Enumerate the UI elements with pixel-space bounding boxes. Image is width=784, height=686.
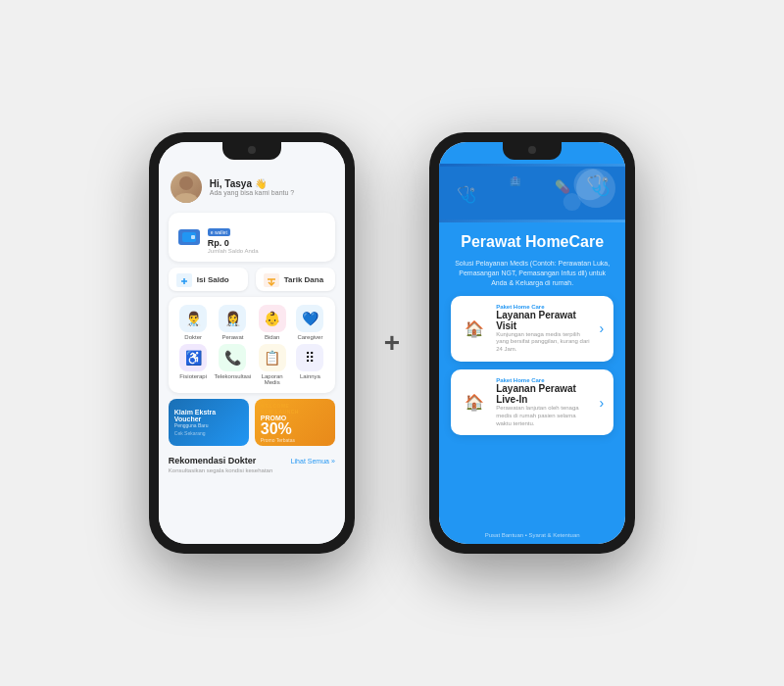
- promo-voucher[interactable]: Klaim Ekstra Voucher Pengguna Baru Cek S…: [169, 399, 249, 446]
- svg-text:🩺: 🩺: [457, 184, 477, 205]
- service-dokter[interactable]: 👨‍⚕️ Dokter: [176, 305, 211, 340]
- livein-service-title: Layanan Perawat Live-In: [496, 383, 591, 405]
- wallet-info: e wallet Rp. 0 Jumlah Saldo Anda: [208, 220, 259, 254]
- services-grid: 👨‍⚕️ Dokter 👩‍⚕️ Perawat 👶 Bidan 💙: [176, 305, 327, 385]
- promo-row: Klaim Ekstra Voucher Pengguna Baru Cek S…: [169, 399, 335, 446]
- homecare-footer: Pusat Bantuan • Syarat & Ketentuan: [439, 526, 625, 544]
- visit-service-title: Layanan Perawat Visit: [496, 310, 591, 331]
- recommendations-sub: Konsultasikan segala kondisi kesehatan: [159, 467, 345, 473]
- tarik-dana-button[interactable]: Tarik Dana: [256, 268, 335, 291]
- telekonsultasi-label: Telekonsultasi: [215, 373, 252, 379]
- wallet-tag: e wallet: [208, 228, 230, 236]
- visit-service-arrow[interactable]: ›: [600, 320, 605, 336]
- phone-2-screen: 🩺 💊 🏥 Perawat HomeCare Solusi Pelayanan …: [439, 142, 625, 544]
- promo-new-launch[interactable]: WELCOMENEW LAUNCH PROMO 30% Promo Terbat…: [255, 399, 335, 446]
- livein-service-arrow[interactable]: ›: [600, 395, 605, 411]
- recommendations-header: Rekomendasi Dokter Lihat Semua »: [159, 452, 345, 467]
- perawat-label: Perawat: [221, 334, 243, 340]
- avatar: [171, 172, 202, 203]
- service-laporan-medis[interactable]: 📋 Laporan Medis: [255, 344, 289, 385]
- bidan-icon: 👶: [259, 305, 286, 332]
- arrow-divider: +: [384, 327, 400, 359]
- svg-point-8: [564, 193, 581, 211]
- homecare-subtitle: Solusi Pelayanan Medis (Contoh: Perawata…: [451, 259, 613, 287]
- caregiver-icon: 💙: [296, 305, 323, 332]
- promo-cta: Promo Terbatas: [261, 437, 329, 443]
- scene: Hi, Tasya 👋 Ada yang bisa kami bantu ? e…: [129, 113, 655, 573]
- service-telekonsultasi[interactable]: 📞 Telekonsultasi: [215, 344, 252, 385]
- avatar-image: [171, 172, 202, 203]
- visit-service-text: Paket Home Care Layanan Perawat Visit Ku…: [496, 304, 591, 354]
- homecare-screen: 🩺 💊 🏥 Perawat HomeCare Solusi Pelayanan …: [439, 142, 625, 544]
- service-caregiver[interactable]: 💙 Caregiver: [293, 305, 327, 340]
- recommendations-title: Rekomendasi Dokter: [169, 456, 257, 466]
- lainnya-icon: ⠿: [296, 344, 323, 371]
- tarik-dana-label: Tarik Dana: [284, 275, 323, 284]
- wallet-balance: Rp. 0: [208, 238, 259, 248]
- app-header: Hi, Tasya 👋 Ada yang bisa kami bantu ?: [159, 164, 345, 209]
- promo-voucher-title: Klaim Ekstra Voucher: [174, 409, 243, 422]
- visit-service-desc: Kunjungan tenaga medis terpilih yang ber…: [496, 331, 591, 354]
- service-fisioterapi[interactable]: ♿ Fisioterapi: [176, 344, 211, 385]
- livein-service-desc: Perawatan lanjutan oleh tenaga medis di …: [496, 405, 591, 427]
- visit-service-icon: 🏠: [461, 315, 488, 342]
- fisioterapi-label: Fisioterapi: [179, 373, 207, 379]
- telekonsultasi-icon: 📞: [219, 344, 246, 371]
- recommendations-link[interactable]: Lihat Semua »: [291, 458, 335, 465]
- phone-camera-2: [528, 146, 536, 154]
- perawat-icon: 👩‍⚕️: [219, 305, 246, 332]
- service-bidan[interactable]: 👶 Bidan: [255, 305, 289, 340]
- lainnya-label: Lainnya: [300, 373, 320, 379]
- livein-service-text: Paket Home Care Layanan Perawat Live-In …: [496, 377, 591, 427]
- action-buttons: Isi Saldo Tarik Dana: [169, 268, 335, 291]
- homecare-content: Perawat HomeCare Solusi Pelayanan Medis …: [439, 222, 625, 526]
- bidan-label: Bidan: [265, 334, 279, 340]
- service-lainnya[interactable]: ⠿ Lainnya: [293, 344, 327, 385]
- promo-voucher-subtitle: Pengguna Baru: [174, 422, 243, 428]
- dokter-label: Dokter: [184, 334, 202, 340]
- laporan-medis-icon: 📋: [259, 344, 286, 371]
- dokter-icon: 👨‍⚕️: [179, 305, 207, 332]
- wallet-card[interactable]: e wallet Rp. 0 Jumlah Saldo Anda: [169, 213, 335, 262]
- isi-saldo-icon: [176, 273, 192, 285]
- caregiver-label: Caregiver: [297, 334, 322, 340]
- wallet-icon: [178, 229, 200, 245]
- promo-percent: 30%: [261, 421, 329, 437]
- laporan-medis-label: Laporan Medis: [255, 373, 289, 385]
- svg-text:💊: 💊: [555, 179, 570, 195]
- greeting-text: Hi, Tasya 👋: [210, 178, 294, 189]
- isi-saldo-button[interactable]: Isi Saldo: [169, 268, 248, 291]
- subgreeting-text: Ada yang bisa kami bantu ?: [210, 189, 294, 196]
- tarik-dana-icon: [264, 273, 279, 285]
- visit-service-card[interactable]: 🏠 Paket Home Care Layanan Perawat Visit …: [451, 296, 613, 362]
- phone-1: Hi, Tasya 👋 Ada yang bisa kami bantu ? e…: [149, 132, 355, 554]
- svg-point-1: [174, 193, 198, 203]
- svg-point-0: [179, 176, 193, 190]
- phone-2: 🩺 💊 🏥 Perawat HomeCare Solusi Pelayanan …: [429, 132, 635, 554]
- services-card: 👨‍⚕️ Dokter 👩‍⚕️ Perawat 👶 Bidan 💙: [169, 297, 335, 393]
- app-home-screen: Hi, Tasya 👋 Ada yang bisa kami bantu ? e…: [159, 142, 345, 544]
- header-text: Hi, Tasya 👋 Ada yang bisa kami bantu ?: [210, 178, 294, 196]
- svg-point-7: [574, 169, 607, 201]
- fisioterapi-icon: ♿: [179, 344, 207, 371]
- isi-saldo-label: Isi Saldo: [197, 275, 229, 284]
- svg-rect-3: [191, 235, 195, 239]
- homecare-title: Perawat HomeCare: [451, 232, 613, 251]
- promo-voucher-cta: Cek Sekarang: [174, 430, 243, 436]
- livein-service-card[interactable]: 🏠 Paket Home Care Layanan Perawat Live-I…: [451, 369, 613, 435]
- service-perawat[interactable]: 👩‍⚕️ Perawat: [215, 305, 252, 340]
- svg-text:🏥: 🏥: [511, 175, 522, 187]
- wallet-sublabel: Jumlah Saldo Anda: [208, 248, 259, 254]
- livein-service-icon: 🏠: [461, 389, 488, 416]
- phone-camera-1: [248, 146, 256, 154]
- new-launch-badge: WELCOMENEW LAUNCH: [261, 403, 329, 415]
- phone-1-screen: Hi, Tasya 👋 Ada yang bisa kami bantu ? e…: [159, 142, 345, 544]
- homecare-hero-image: 🩺 💊 🏥: [439, 164, 625, 222]
